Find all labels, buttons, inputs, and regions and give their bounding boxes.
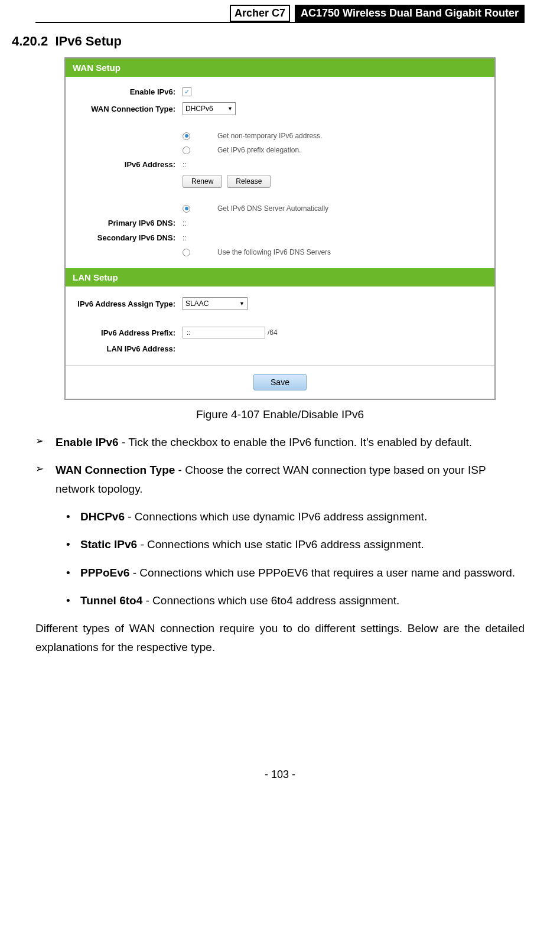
label-secondary-dns: Secondary IPv6 DNS:	[76, 233, 183, 242]
pppoe-title: PPPoEv6	[80, 566, 129, 579]
save-button[interactable]: Save	[253, 374, 307, 390]
label-prefix: IPv6 Address Prefix:	[76, 328, 183, 337]
dot-icon: •	[56, 564, 80, 582]
figure-container: WAN Setup Enable IPv6: ✓ WAN Connection …	[0, 57, 560, 400]
page-header: Archer C7 AC1750 Wireless Dual Band Giga…	[0, 0, 560, 22]
wan-setup-body: Enable IPv6: ✓ WAN Connection Type: DHCP…	[66, 77, 494, 268]
dot-icon: •	[56, 535, 80, 553]
lan-setup-body: IPv6 Address Assign Type: SLAAC ▼ IPv6 A…	[66, 286, 494, 365]
row-prefix: IPv6 Address Prefix: :: /64	[76, 327, 484, 338]
router-ui-panel: WAN Setup Enable IPv6: ✓ WAN Connection …	[64, 57, 496, 400]
release-button[interactable]: Release	[227, 175, 271, 188]
bullet-enable-ipv6: ➢ Enable IPv6 - Tick the checkbox to ena…	[35, 433, 525, 451]
sub-bullet-list: • DHCPv6 - Connections which use dynamic…	[56, 507, 525, 610]
enable-text: - Tick the checkbox to enable the IPv6 f…	[119, 436, 472, 448]
row-secondary-dns: Secondary IPv6 DNS: ::	[76, 233, 484, 242]
prefix-input[interactable]: ::	[183, 327, 265, 338]
figure-caption: Figure 4-107 Enable/Disable IPv6	[0, 408, 560, 421]
secondary-dns-value: ::	[183, 234, 187, 242]
prefix-delegation-text: Get IPv6 prefix delegation.	[217, 146, 301, 154]
lan-setup-header: LAN Setup	[66, 268, 494, 286]
wan-type-select[interactable]: DHCPv6 ▼	[183, 102, 236, 115]
arrow-icon: ➢	[35, 461, 56, 498]
bullet-pppoe: • PPPoEv6 - Connections which use PPPoEV…	[56, 564, 525, 582]
dot-icon: •	[56, 507, 80, 526]
row-lan-ipv6: LAN IPv6 Address:	[76, 344, 484, 353]
row-nontemp: Get non-temporary IPv6 address.	[76, 132, 484, 140]
nontemp-text: Get non-temporary IPv6 address.	[217, 132, 322, 140]
row-renew-release: Renew Release	[76, 175, 484, 188]
tunnel-text: - Connections which use 6to4 address ass…	[142, 594, 399, 607]
model-badge: Archer C7	[230, 5, 290, 22]
row-ipv6-address: IPv6 Address: ::	[76, 160, 484, 169]
row-dns-manual: Use the following IPv6 DNS Servers	[76, 248, 484, 256]
label-primary-dns: Primary IPv6 DNS:	[76, 219, 183, 227]
dhcp-text: - Connections which use dynamic IPv6 add…	[125, 510, 427, 523]
label-ipv6-address: IPv6 Address:	[76, 160, 183, 169]
primary-dns-value: ::	[183, 219, 187, 227]
static-text: - Connections which use static IPv6 addr…	[137, 538, 424, 551]
enable-ipv6-checkbox[interactable]: ✓	[183, 87, 191, 96]
bullet-static: • Static IPv6 - Connections which use st…	[56, 535, 525, 553]
page-footer: - 103 -	[0, 656, 560, 799]
renew-button[interactable]: Renew	[183, 175, 222, 188]
section-heading: 4.20.2 IPv6 Setup	[12, 23, 560, 57]
static-title: Static IPv6	[80, 538, 137, 551]
dns-auto-text: Get IPv6 DNS Server Automatically	[217, 204, 328, 213]
wan-setup-header: WAN Setup	[66, 58, 494, 77]
row-assign-type: IPv6 Address Assign Type: SLAAC ▼	[76, 297, 484, 310]
dhcp-title: DHCPv6	[80, 510, 125, 523]
enable-title: Enable IPv6	[56, 436, 119, 448]
label-assign-type: IPv6 Address Assign Type:	[76, 299, 183, 308]
label-enable-ipv6: Enable IPv6:	[76, 87, 183, 96]
ipv6-address-value: ::	[183, 161, 187, 169]
label-wan-type: WAN Connection Type:	[76, 105, 183, 113]
save-row: Save	[66, 365, 494, 399]
chevron-down-icon: ▼	[239, 301, 245, 307]
dns-manual-text: Use the following IPv6 DNS Servers	[217, 248, 331, 256]
nontemp-radio[interactable]	[183, 132, 190, 140]
tunnel-title: Tunnel 6to4	[80, 594, 142, 607]
wan-type-value: DHCPv6	[185, 105, 213, 113]
row-dns-auto: Get IPv6 DNS Server Automatically	[76, 204, 484, 213]
row-prefix-delegation: Get IPv6 prefix delegation.	[76, 146, 484, 154]
dns-manual-radio[interactable]	[183, 249, 190, 256]
section-number: 4.20.2	[12, 34, 48, 48]
pppoe-text: - Connections which use PPPoEV6 that req…	[129, 566, 515, 579]
prefix-suffix: /64	[268, 328, 278, 337]
bullet-wan-type: ➢ WAN Connection Type - Choose the corre…	[35, 461, 525, 498]
label-lan-ipv6: LAN IPv6 Address:	[76, 344, 183, 353]
bullet-tunnel: • Tunnel 6to4 - Connections which use 6t…	[56, 591, 525, 610]
chevron-down-icon: ▼	[227, 106, 233, 112]
row-primary-dns: Primary IPv6 DNS: ::	[76, 219, 484, 227]
wan-title: WAN Connection Type	[56, 464, 175, 476]
closing-paragraph: Different types of WAN connection requir…	[35, 619, 525, 656]
dns-auto-radio[interactable]	[183, 205, 190, 213]
row-wan-type: WAN Connection Type: DHCPv6 ▼	[76, 102, 484, 115]
content-body: ➢ Enable IPv6 - Tick the checkbox to ena…	[0, 433, 560, 656]
product-title: AC1750 Wireless Dual Band Gigabit Router	[295, 5, 525, 22]
prefix-delegation-radio[interactable]	[183, 146, 190, 154]
bullet-dhcpv6: • DHCPv6 - Connections which use dynamic…	[56, 507, 525, 526]
dot-icon: •	[56, 591, 80, 610]
assign-type-value: SLAAC	[185, 299, 209, 308]
section-title-text: IPv6 Setup	[55, 34, 121, 48]
row-enable-ipv6: Enable IPv6: ✓	[76, 87, 484, 96]
assign-type-select[interactable]: SLAAC ▼	[183, 297, 248, 310]
arrow-icon: ➢	[35, 433, 56, 451]
